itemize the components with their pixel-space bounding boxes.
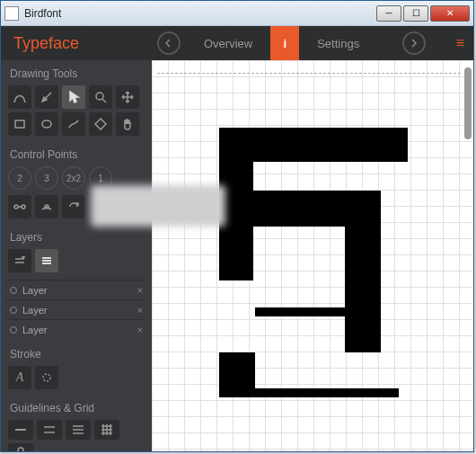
visibility-toggle[interactable] bbox=[10, 326, 17, 334]
glyph-path[interactable] bbox=[219, 128, 408, 401]
zoom-tool[interactable] bbox=[89, 85, 112, 109]
triple-guide[interactable] bbox=[66, 420, 91, 440]
minimize-button[interactable]: ─ bbox=[376, 5, 401, 22]
delete-layer-button[interactable]: × bbox=[137, 285, 143, 296]
layer-row[interactable]: Layer × bbox=[6, 319, 146, 339]
baseline-guide[interactable] bbox=[8, 420, 33, 440]
cp-option-3[interactable]: 3 bbox=[35, 166, 58, 190]
svg-point-6 bbox=[43, 374, 50, 381]
svg-point-3 bbox=[14, 205, 18, 209]
drawing-tools-title: Drawing Tools bbox=[1, 60, 152, 85]
titlebar: Birdfont ─ ☐ ✕ bbox=[1, 1, 473, 26]
svg-point-0 bbox=[96, 93, 103, 100]
stroke-width-tool[interactable] bbox=[35, 366, 58, 389]
cp-option-2x2[interactable]: 2x2 bbox=[62, 166, 85, 190]
layer-stack-button[interactable] bbox=[35, 249, 58, 272]
layer-row[interactable]: Layer × bbox=[6, 299, 146, 319]
visibility-toggle[interactable] bbox=[10, 307, 17, 314]
cp-option-2[interactable]: 2 bbox=[8, 166, 31, 190]
layer-list: Layer × Layer × Layer × bbox=[1, 278, 152, 341]
svg-rect-1 bbox=[15, 120, 24, 128]
tab-active-glyph[interactable]: i bbox=[270, 26, 299, 60]
app-icon bbox=[4, 6, 19, 21]
convert-point-tool[interactable] bbox=[62, 195, 85, 218]
tie-handles-tool[interactable] bbox=[8, 195, 31, 218]
layers-title: Layers bbox=[1, 224, 152, 249]
window-controls: ─ ☐ ✕ bbox=[376, 5, 470, 22]
lock-guides[interactable] bbox=[8, 443, 33, 451]
control-points-title: Control Points bbox=[1, 141, 152, 166]
pen-tool[interactable] bbox=[35, 85, 58, 109]
blurred-region bbox=[91, 185, 225, 227]
add-layer-button[interactable] bbox=[8, 249, 31, 272]
grid-toggle[interactable] bbox=[94, 420, 119, 440]
chevron-right-icon bbox=[410, 39, 419, 48]
body: Drawing Tools Control Points 2 3 2x2 1 bbox=[1, 60, 473, 451]
layer-view-toggles bbox=[1, 249, 152, 278]
stroke-toggle[interactable]: A bbox=[8, 366, 31, 389]
layer-name: Layer bbox=[22, 285, 132, 296]
sidebar: Drawing Tools Control Points 2 3 2x2 1 bbox=[1, 60, 152, 451]
layer-name: Layer bbox=[22, 325, 132, 335]
topbar: Typeface Overview i Settings ≡ bbox=[1, 26, 473, 60]
guideline-tools bbox=[1, 420, 152, 451]
vertical-scrollbar[interactable] bbox=[464, 67, 472, 139]
nav-back-button[interactable] bbox=[157, 31, 181, 55]
layer-name: Layer bbox=[22, 305, 132, 316]
freehand-tool[interactable] bbox=[62, 112, 85, 136]
window-title: Birdfont bbox=[24, 7, 376, 20]
rectangle-tool[interactable] bbox=[8, 112, 31, 136]
close-button[interactable]: ✕ bbox=[430, 5, 470, 22]
delete-layer-button[interactable]: × bbox=[137, 325, 143, 335]
maximize-button[interactable]: ☐ bbox=[403, 5, 428, 22]
guidelines-title: Guidelines & Grid bbox=[1, 395, 152, 420]
symmetric-handles-tool[interactable] bbox=[35, 195, 58, 218]
pointer-tool[interactable] bbox=[62, 85, 85, 109]
delete-layer-button[interactable]: × bbox=[137, 305, 143, 316]
svg-point-4 bbox=[22, 205, 25, 209]
visibility-toggle[interactable] bbox=[10, 287, 17, 294]
layer-row[interactable]: Layer × bbox=[6, 280, 146, 299]
shape-tool[interactable] bbox=[89, 112, 112, 136]
svg-point-2 bbox=[42, 120, 51, 128]
hand-tool[interactable] bbox=[116, 112, 139, 136]
window-frame: Birdfont ─ ☐ ✕ Typeface Overview i Setti… bbox=[0, 0, 474, 452]
bezier-tool[interactable] bbox=[8, 85, 31, 109]
tab-settings[interactable]: Settings bbox=[299, 26, 377, 60]
nav-forward-button[interactable] bbox=[402, 31, 426, 55]
stroke-tools: A bbox=[1, 366, 152, 395]
canvas[interactable] bbox=[152, 60, 473, 451]
ellipse-tool[interactable] bbox=[35, 112, 58, 136]
xheight-guide[interactable] bbox=[37, 420, 62, 440]
stroke-title: Stroke bbox=[1, 341, 152, 366]
move-tool[interactable] bbox=[116, 85, 139, 109]
tab-overview[interactable]: Overview bbox=[186, 26, 270, 60]
top-guideline bbox=[157, 73, 461, 74]
menu-icon[interactable]: ≡ bbox=[456, 35, 464, 51]
drawing-tools-grid bbox=[1, 85, 152, 141]
typeface-label[interactable]: Typeface bbox=[1, 34, 152, 53]
chevron-left-icon bbox=[164, 39, 173, 48]
